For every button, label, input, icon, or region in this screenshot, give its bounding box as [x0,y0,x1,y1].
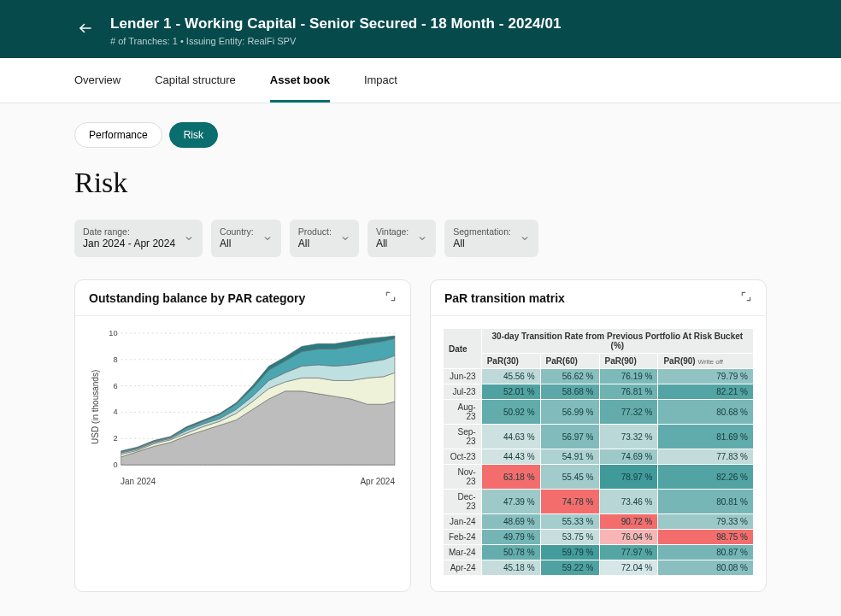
main-tabs: Overview Capital structure Asset book Im… [0,58,841,103]
cell-value: 59.22 % [540,560,599,576]
cell-value: 48.69 % [481,514,540,530]
area-chart: 0246810 [100,328,398,473]
svg-text:8: 8 [113,355,117,364]
cell-value: 56.62 % [540,369,599,384]
cell-value: 55.33 % [540,514,599,530]
arrow-left-icon [78,21,93,36]
cell-value: 45.56 % [481,369,540,384]
chevron-down-icon [340,233,350,243]
cell-value: 53.75 % [540,530,599,545]
card-title: PaR transition matrix [444,291,565,305]
cell-value: 81.69 % [658,425,754,449]
x-axis-end: Apr 2024 [360,477,395,486]
cell-value: 58.68 % [540,384,599,400]
svg-text:4: 4 [113,408,117,417]
svg-text:10: 10 [109,329,117,337]
col-par90-wo: PaR(90) Write off [658,354,754,369]
svg-text:0: 0 [113,461,117,469]
cell-date: Aug-23 [444,400,482,425]
cell-date: Oct-23 [444,449,482,465]
cell-value: 80.68 % [658,400,754,425]
filter-segmentation[interactable]: Segmentation: All [444,220,538,257]
cell-value: 72.04 % [599,560,658,576]
cell-date: Nov-23 [444,465,482,490]
filter-label: Date range: [83,226,175,238]
svg-text:2: 2 [113,434,117,443]
card-par-matrix: PaR transition matrix Date 30-day Transi… [430,279,767,592]
pill-performance[interactable]: Performance [74,122,162,148]
tab-impact[interactable]: Impact [364,58,397,103]
cell-date: Dec-23 [444,490,482,514]
card-title: Outstanding balance by PAR category [89,291,305,305]
col-par30: PaR(30) [481,354,540,369]
table-row: Oct-2344.43 %54.91 %74.69 %77.83 % [444,449,754,465]
cell-value: 80.87 % [658,545,754,560]
cell-value: 73.46 % [599,490,658,514]
cell-value: 59.79 % [540,545,599,560]
x-axis-start: Jan 2024 [121,477,156,486]
table-row: Nov-2363.18 %55.45 %78.97 %82.26 % [444,465,754,490]
tab-capital-structure[interactable]: Capital structure [155,58,236,103]
cell-value: 56.99 % [540,400,599,425]
cell-value: 77.32 % [599,400,658,425]
expand-button[interactable] [740,290,752,305]
cell-value: 78.97 % [599,465,658,490]
table-row: Mar-2450.78 %59.79 %77.97 %80.87 % [444,545,754,560]
cell-value: 47.39 % [481,490,540,514]
expand-button[interactable] [385,290,397,305]
page-header: Lender 1 - Working Capital - Senior Secu… [0,0,841,58]
cell-value: 63.18 % [481,465,540,490]
cell-value: 90.72 % [599,514,658,530]
cell-value: 79.79 % [658,369,754,384]
expand-icon [385,290,397,302]
cell-value: 74.69 % [599,449,658,465]
col-par60: PaR(60) [540,354,599,369]
cell-value: 52.01 % [481,384,540,400]
filter-label: Country: [220,226,254,238]
filter-bar: Date range: Jan 2024 - Apr 2024 Country:… [74,220,767,257]
cell-value: 45.18 % [481,560,540,576]
filter-product[interactable]: Product: All [290,220,359,257]
filter-country[interactable]: Country: All [211,220,281,257]
filter-value: All [453,238,511,250]
filter-value: Jan 2024 - Apr 2024 [83,238,175,250]
cell-value: 55.45 % [540,465,599,490]
cell-value: 82.26 % [658,465,754,490]
table-row: Jul-2352.01 %58.68 %76.81 %82.21 % [444,384,754,400]
cell-value: 50.92 % [481,400,540,425]
filter-date-range[interactable]: Date range: Jan 2024 - Apr 2024 [74,220,203,257]
cell-value: 56.97 % [540,425,599,449]
y-axis-label: USD (in thousands) [87,328,100,486]
tab-asset-book[interactable]: Asset book [270,58,330,103]
cell-value: 76.19 % [599,369,658,384]
chevron-down-icon [184,233,194,243]
tab-overview[interactable]: Overview [74,58,121,103]
cell-date: Apr-24 [444,560,482,576]
svg-text:6: 6 [113,382,117,390]
filter-value: All [220,238,254,250]
cell-date: Jul-23 [444,384,482,400]
col-par90: PaR(90) [599,354,658,369]
chevron-down-icon [262,233,273,243]
back-button[interactable] [74,17,97,42]
cell-value: 77.83 % [658,449,754,465]
filter-value: All [376,238,409,250]
cell-value: 98.75 % [658,530,754,545]
cell-date: Jun-23 [444,369,482,384]
table-row: Apr-2445.18 %59.22 %72.04 %80.08 % [444,560,754,576]
sub-tabs: Performance Risk [74,122,767,148]
cell-value: 80.81 % [658,490,754,514]
cell-value: 50.78 % [481,545,540,560]
cell-date: Sep-23 [444,425,482,449]
cell-value: 80.08 % [658,560,754,576]
filter-vintage[interactable]: Vintage: All [368,220,436,257]
par-transition-table: Date 30-day Transition Rate from Previou… [443,328,754,576]
cell-value: 49.79 % [481,530,540,545]
table-row: Sep-2344.63 %56.97 %73.32 %81.69 % [444,425,754,449]
cell-value: 76.04 % [599,530,658,545]
filter-value: All [298,238,332,250]
table-row: Aug-2350.92 %56.99 %77.32 %80.68 % [444,400,754,425]
cell-value: 77.97 % [599,545,658,560]
cell-value: 44.43 % [481,449,540,465]
pill-risk[interactable]: Risk [169,122,218,148]
